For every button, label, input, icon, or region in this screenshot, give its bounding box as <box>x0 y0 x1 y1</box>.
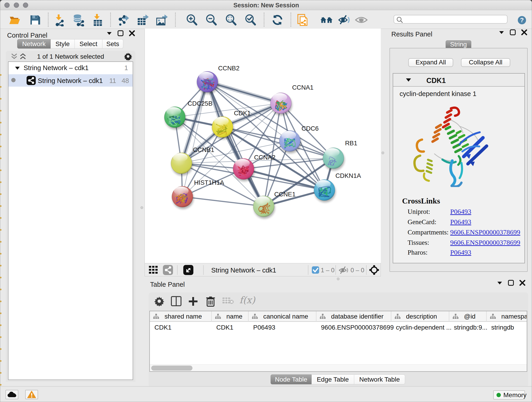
hide-selected-icon[interactable] <box>338 13 351 26</box>
table-cell[interactable]: 9606.ENSP00000378699 <box>317 322 391 333</box>
column-header-canonical-name[interactable]: canonical name <box>249 311 317 322</box>
maximize-panel-icon[interactable] <box>508 280 514 286</box>
warnings-button[interactable] <box>25 390 38 399</box>
network-row[interactable]: String Network – cdk1 11 48 <box>8 74 133 87</box>
control-panel-tabs: Network Style Select Sets <box>17 39 123 49</box>
help-button[interactable]: ? <box>518 16 526 25</box>
maximize-panel-icon[interactable] <box>118 30 123 36</box>
close-panel-icon[interactable] <box>129 30 135 36</box>
table-cell[interactable]: CDK1 <box>150 322 212 333</box>
show-columns-icon[interactable] <box>171 296 181 306</box>
tab-style[interactable]: Style <box>51 39 75 49</box>
tab-network[interactable]: Network <box>17 39 51 49</box>
crosslink-link[interactable]: P06493 <box>450 218 471 226</box>
tab-select[interactable]: Select <box>75 39 102 49</box>
float-panel-icon[interactable] <box>107 31 112 35</box>
column-header-name[interactable]: name <box>212 311 249 322</box>
gene-description: cyclin-dependent kinase 1 <box>399 90 476 98</box>
detach-view-icon[interactable] <box>183 265 194 275</box>
window-title: Session: New Session <box>0 0 532 10</box>
import-table-file-icon[interactable] <box>91 13 104 26</box>
tab-string[interactable]: String <box>446 40 471 48</box>
open-file-icon[interactable] <box>8 13 21 26</box>
add-column-icon[interactable] <box>188 296 198 307</box>
table-panel-title: Table Panel <box>150 281 185 288</box>
vertical-splitter-handle[interactable] <box>140 206 143 209</box>
copy-style-icon[interactable] <box>297 13 309 26</box>
graph-node-label: HIST1H1A <box>194 179 224 186</box>
scrollbar-thumb[interactable] <box>151 366 192 370</box>
delete-table-icon[interactable] <box>222 296 234 305</box>
gene-card-header[interactable]: CDK1 <box>393 74 525 87</box>
graph-node-RB1[interactable]: RB1 <box>323 140 357 171</box>
zoom-fit-icon[interactable] <box>225 13 237 26</box>
column-header-shared-name[interactable]: shared name <box>150 311 212 322</box>
crosslink-link[interactable]: P06493 <box>450 249 471 256</box>
center-view-icon[interactable] <box>369 265 380 275</box>
column-header--id[interactable]: @id <box>449 311 487 322</box>
graph-node-HIST1H1A[interactable]: HIST1H1A <box>172 179 224 209</box>
save-session-icon[interactable] <box>29 13 41 26</box>
table-cell[interactable]: P06493 <box>249 322 317 333</box>
close-panel-icon[interactable] <box>519 280 525 286</box>
network-graph[interactable]: CCNB2CCNA1CDC25BCDK1CDC6RB1CCNB1CCNA2CDK… <box>145 29 381 263</box>
crosslink-link[interactable]: 9606.ENSP00000378699 <box>450 239 520 246</box>
network-collection-row[interactable]: String Network – cdk1 1 <box>8 62 133 74</box>
graph-node-CDKN1A[interactable]: CDKN1A <box>314 172 361 202</box>
close-panel-icon[interactable] <box>521 29 527 35</box>
warning-icon <box>27 391 36 398</box>
column-header-namespace[interactable]: namespace <box>487 311 527 322</box>
crosslink-link[interactable]: 9606.ENSP00000378699 <box>450 228 520 236</box>
function-builder-icon[interactable]: f(x) <box>239 295 255 305</box>
memory-button[interactable]: Memory <box>493 390 525 400</box>
graph-node-CDC25B[interactable]: CDC25B <box>164 100 213 129</box>
table-cell[interactable]: cyclin-dependent ... <box>391 322 449 333</box>
collapse-section-icon[interactable] <box>405 78 412 82</box>
export-image-icon[interactable] <box>155 13 168 26</box>
import-network-database-icon[interactable] <box>72 13 85 26</box>
tab-network-table[interactable]: Network Table <box>354 375 405 384</box>
zoom-in-icon[interactable] <box>185 13 198 26</box>
control-panel-title: Control Panel <box>7 32 47 39</box>
graph-node-label: CCNB2 <box>218 65 239 72</box>
current-network-name: String Network – cdk1 <box>211 267 276 274</box>
table-cell[interactable]: stringdb:9... <box>449 322 487 333</box>
graph-node-CCNA1[interactable]: CCNA1 <box>270 84 313 115</box>
table-cell[interactable]: stringdb <box>487 322 527 333</box>
svg-text:?: ? <box>520 17 524 24</box>
share-view-icon[interactable] <box>163 265 173 275</box>
birdseye-grid-icon[interactable] <box>148 265 158 275</box>
table-cell[interactable]: CDK1 <box>212 322 249 333</box>
tab-node-table[interactable]: Node Table <box>271 375 312 384</box>
show-all-icon[interactable] <box>355 13 368 26</box>
collection-expand-icon[interactable] <box>15 66 20 70</box>
graph-node-label: CCNB1 <box>193 146 214 153</box>
export-table-icon[interactable] <box>136 13 149 26</box>
crosslink-link[interactable]: P06493 <box>450 208 471 216</box>
column-header-database-identifier[interactable]: database identifier <box>317 311 391 322</box>
export-network-icon[interactable] <box>117 13 130 26</box>
float-panel-icon[interactable] <box>499 30 504 34</box>
first-neighbors-icon[interactable] <box>320 13 333 26</box>
zoom-out-icon[interactable] <box>205 13 218 26</box>
tab-edge-table[interactable]: Edge Table <box>312 375 354 384</box>
search-input[interactable] <box>394 15 507 24</box>
network-view-canvas[interactable]: CCNB2CCNA1CDC25BCDK1CDC6RB1CCNB1CCNA2CDK… <box>145 29 381 263</box>
hidden-eye-icon <box>339 266 349 274</box>
expand-all-button[interactable]: Expand All <box>408 58 453 67</box>
node-table: shared namenamecanonical namedatabase id… <box>149 311 527 372</box>
collapse-all-button[interactable]: Collapse All <box>461 58 510 67</box>
table-horizontal-scrollbar[interactable] <box>150 364 527 371</box>
refresh-icon[interactable] <box>271 13 284 26</box>
network-options-gear-icon[interactable] <box>124 52 132 61</box>
float-panel-icon[interactable] <box>497 281 502 285</box>
import-network-file-icon[interactable] <box>53 13 65 26</box>
selected-checkbox-icon[interactable] <box>312 266 319 274</box>
tab-sets[interactable]: Sets <box>102 39 123 49</box>
cloud-button[interactable] <box>6 390 18 399</box>
delete-column-icon[interactable] <box>206 296 215 307</box>
zoom-selected-icon[interactable] <box>244 13 257 26</box>
maximize-panel-icon[interactable] <box>510 29 516 35</box>
table-settings-gear-icon[interactable] <box>154 296 164 306</box>
column-header-description[interactable]: description <box>391 311 449 322</box>
